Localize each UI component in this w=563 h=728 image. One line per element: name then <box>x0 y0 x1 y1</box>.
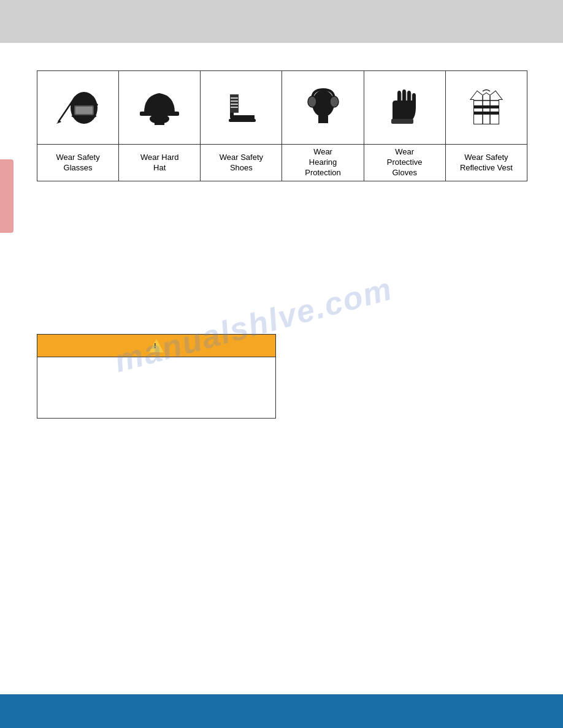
reflective-vest-label: Wear SafetyReflective Vest <box>445 145 527 181</box>
top-banner <box>0 0 563 43</box>
svg-rect-8 <box>230 94 239 113</box>
safety-glasses-label: Wear SafetyGlasses <box>37 145 119 181</box>
bottom-banner <box>0 694 563 728</box>
warning-box <box>37 334 276 419</box>
warning-body <box>37 357 275 418</box>
hearing-protection-label: WearHearingProtection <box>282 145 364 181</box>
svg-rect-23 <box>474 112 499 115</box>
protective-gloves-icon-cell <box>364 71 445 145</box>
safety-shoes-icon <box>216 79 266 134</box>
svg-rect-9 <box>229 119 256 122</box>
svg-point-17 <box>330 96 339 107</box>
protective-gloves-icon <box>380 79 429 134</box>
protective-gloves-label: WearProtectiveGloves <box>364 145 445 181</box>
safety-shoes-icon-cell <box>201 71 282 145</box>
hearing-protection-icon-cell <box>282 71 364 145</box>
svg-rect-18 <box>391 119 413 124</box>
hard-hat-label: Wear HardHat <box>119 145 201 181</box>
svg-rect-7 <box>155 119 164 125</box>
safety-shoes-label: Wear SafetyShoes <box>201 145 282 181</box>
reflective-vest-icon-cell <box>445 71 527 145</box>
hard-hat-icon-cell <box>119 71 201 145</box>
safety-table: Wear SafetyGlasses Wear HardHat Wear Saf… <box>37 70 527 181</box>
warning-triangle-icon <box>149 339 164 352</box>
left-tab <box>0 159 13 233</box>
hearing-protection-icon <box>299 79 348 134</box>
warning-header <box>37 335 275 357</box>
safety-glasses-icon-cell <box>37 71 119 145</box>
svg-rect-4 <box>75 107 93 114</box>
hard-hat-icon <box>135 79 184 134</box>
svg-point-16 <box>308 96 316 107</box>
svg-rect-22 <box>474 105 499 108</box>
safety-glasses-icon <box>53 79 102 134</box>
reflective-vest-icon <box>462 79 511 134</box>
svg-rect-15 <box>318 116 328 123</box>
